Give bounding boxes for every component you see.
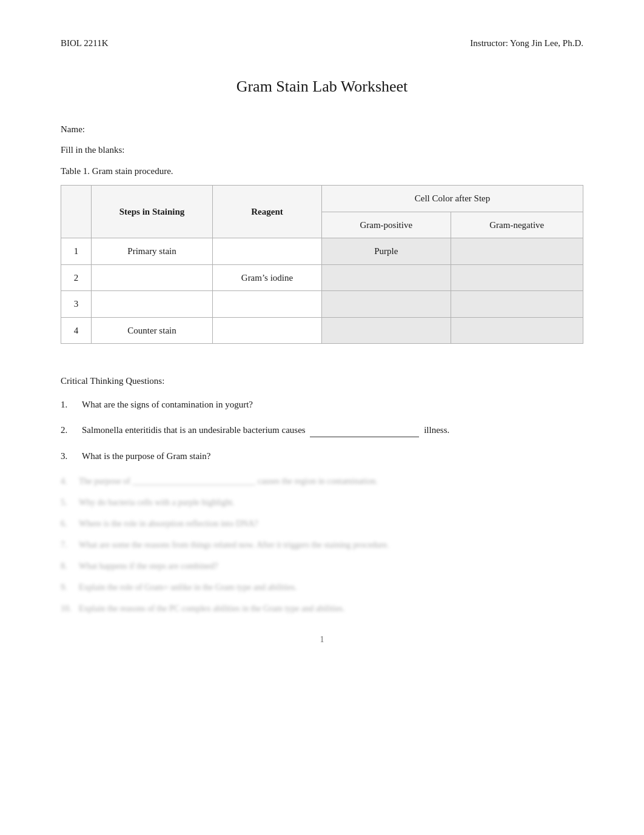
page-title: Gram Stain Lab Worksheet [61,75,583,98]
row-3-step [92,291,213,318]
row-1-reagent [213,238,322,265]
blurred-8-num: 8. [61,560,79,572]
blurred-question-5: 5. Why do bacteria cells with a purple h… [61,496,583,509]
critical-thinking-section: Critical Thinking Questions: 1. What are… [61,374,583,463]
blurred-10-text: Explain the reasons of the PC complex ab… [79,602,583,615]
page-header: BIOL 2211K Instructor: Yong Jin Lee, Ph.… [61,36,583,50]
table-header-row-1: Steps in Staining Reagent Cell Color aft… [61,186,583,212]
question-2-text: Salmonella enteritidis that is an undesi… [82,423,583,437]
blurred-questions-section: 4. The purpose of ______________________… [61,475,583,615]
blurred-5-num: 5. [61,496,79,509]
blurred-question-9: 9. Explain the role of Gram+ unlike in t… [61,581,583,594]
row-3-num: 3 [61,291,92,318]
row-2-reagent: Gram’s iodine [213,264,322,291]
steps-header: Steps in Staining [92,186,213,238]
blurred-4-text: The purpose of _________________________… [79,475,583,488]
question-2-num: 2. [61,423,82,437]
row-1-gram-neg [451,238,583,265]
row-3-reagent [213,291,322,318]
cell-color-header: Cell Color after Step [322,186,583,212]
table-row: 3 [61,291,583,318]
question-3-num: 3. [61,449,82,463]
row-4-reagent [213,317,322,344]
row-3-gram-pos [322,291,451,318]
critical-label: Critical Thinking Questions: [61,374,583,388]
fill-blanks-label: Fill in the blanks: [61,143,583,157]
question-2: 2. Salmonella enteritidis that is an und… [61,423,583,437]
table-label: Table 1. Gram stain procedure. [61,164,583,178]
blurred-7-num: 7. [61,538,79,551]
blurred-7-text: What are some the reasons from things re… [79,538,583,551]
gram-positive-header: Gram-positive [322,212,451,238]
blurred-question-6: 6. Where is the role in absorption refle… [61,517,583,530]
blurred-6-text: Where is the role in absorption reflecti… [79,517,583,530]
row-2-gram-neg [451,264,583,291]
question-3: 3. What is the purpose of Gram stain? [61,449,583,463]
table-row: 2 Gram’s iodine [61,264,583,291]
row-4-gram-pos [322,317,451,344]
blurred-9-num: 9. [61,581,79,594]
blurred-question-8: 8. What happens if the steps are combine… [61,560,583,572]
blurred-question-10: 10. Explain the reasons of the PC comple… [61,602,583,615]
row-num-header [61,186,92,238]
name-label: Name: [61,122,583,136]
blurred-4-num: 4. [61,475,79,488]
reagent-header: Reagent [213,186,322,238]
row-4-step: Counter stain [92,317,213,344]
instructor-info: Instructor: Yong Jin Lee, Ph.D. [470,36,583,50]
row-2-num: 2 [61,264,92,291]
row-3-gram-neg [451,291,583,318]
row-4-gram-neg [451,317,583,344]
row-2-gram-pos [322,264,451,291]
question-1-text: What are the signs of contamination in y… [82,398,583,412]
question-1-num: 1. [61,398,82,412]
row-1-gram-pos: Purple [322,238,451,265]
page-number: 1 [61,633,583,646]
question-1: 1. What are the signs of contamination i… [61,398,583,412]
table-row: 4 Counter stain [61,317,583,344]
row-2-step [92,264,213,291]
question-3-text: What is the purpose of Gram stain? [82,449,583,463]
table-row: 1 Primary stain Purple [61,238,583,265]
row-1-step: Primary stain [92,238,213,265]
blurred-6-num: 6. [61,517,79,530]
course-code: BIOL 2211K [61,36,108,50]
blank-1 [310,437,419,437]
gram-stain-table: Steps in Staining Reagent Cell Color aft… [61,185,583,344]
row-4-num: 4 [61,317,92,344]
blurred-9-text: Explain the role of Gram+ unlike in the … [79,581,583,594]
blurred-question-7: 7. What are some the reasons from things… [61,538,583,551]
gram-negative-header: Gram-negative [451,212,583,238]
blurred-8-text: What happens if the steps are combined? [79,560,583,572]
blurred-question-4: 4. The purpose of ______________________… [61,475,583,488]
blurred-5-text: Why do bacteria cells with a purple high… [79,496,583,509]
blurred-10-num: 10. [61,602,79,615]
row-1-num: 1 [61,238,92,265]
